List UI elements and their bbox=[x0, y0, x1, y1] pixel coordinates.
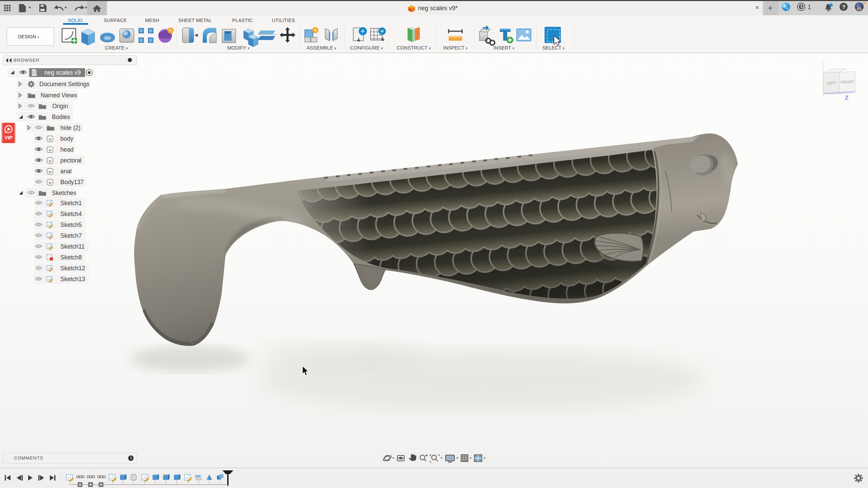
svg-text:FRONT: FRONT bbox=[841, 80, 854, 84]
svg-text:Z: Z bbox=[845, 95, 848, 101]
svg-text:1: 1 bbox=[808, 4, 811, 11]
svg-text:Sketch1: Sketch1 bbox=[60, 200, 82, 207]
svg-text:Sketch12: Sketch12 bbox=[60, 265, 85, 272]
svg-text:Sketch5: Sketch5 bbox=[60, 221, 82, 228]
svg-text:Body137: Body137 bbox=[60, 179, 84, 186]
svg-text:Sketch4: Sketch4 bbox=[60, 211, 82, 217]
svg-text:Sketch13: Sketch13 bbox=[60, 276, 85, 282]
svg-text:hide (2): hide (2) bbox=[60, 124, 80, 131]
svg-text:Sketches: Sketches bbox=[52, 190, 76, 196]
svg-text:neg scales v9: neg scales v9 bbox=[44, 69, 81, 76]
svg-text:pectoral: pectoral bbox=[60, 157, 81, 164]
svg-text:Sketch11: Sketch11 bbox=[60, 243, 85, 250]
svg-text:Origin: Origin bbox=[52, 103, 68, 110]
svg-text:LEFT: LEFT bbox=[827, 81, 836, 85]
svg-text:head: head bbox=[60, 146, 74, 153]
svg-text:Named Views: Named Views bbox=[41, 92, 77, 99]
svg-text:?: ? bbox=[842, 4, 845, 11]
svg-text:body: body bbox=[60, 135, 73, 142]
svg-text:Sketch7: Sketch7 bbox=[60, 232, 82, 239]
svg-text:VIP: VIP bbox=[4, 135, 13, 140]
svg-text:anal: anal bbox=[60, 168, 72, 175]
svg-text:Document Settings: Document Settings bbox=[39, 81, 90, 87]
svg-text:Sketch8: Sketch8 bbox=[60, 254, 82, 261]
svg-text:Bodies: Bodies bbox=[52, 114, 70, 120]
